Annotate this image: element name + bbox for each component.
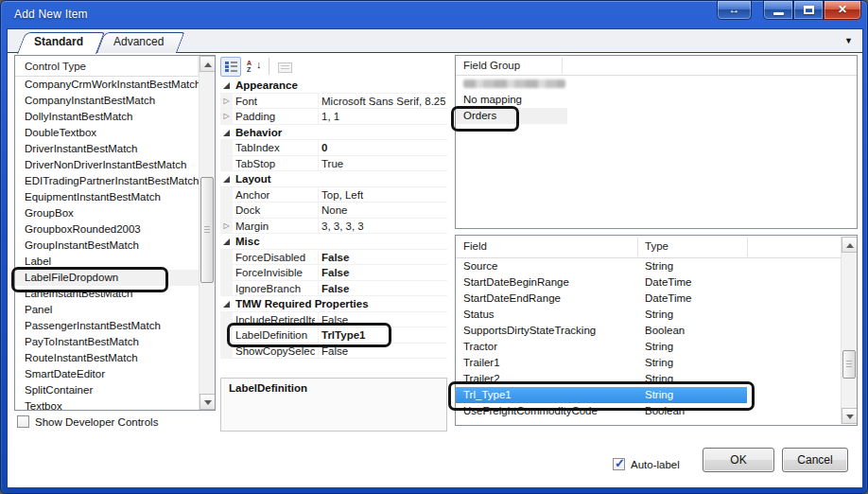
show-developer-controls-checkbox[interactable]: Show Developer Controls: [17, 415, 158, 428]
scrollbar-thumb[interactable]: [842, 350, 856, 379]
expand-icon[interactable]: ▷: [220, 109, 233, 124]
expand-icon[interactable]: ▷: [220, 94, 233, 109]
alphabetical-sort-button[interactable]: AZ ↓: [243, 57, 264, 77]
property-value[interactable]: 1, 1: [318, 109, 445, 124]
control-type-item[interactable]: CompanyCrmWorkInstantBestMatch: [15, 77, 199, 93]
field-row[interactable]: Trailer1String: [456, 355, 841, 371]
category-expanded-icon[interactable]: [223, 176, 230, 183]
field-row[interactable]: TractorString: [456, 339, 841, 355]
property-value[interactable]: True: [318, 156, 445, 171]
scroll-up-icon[interactable]: [842, 237, 858, 253]
field-row[interactable]: Trailer2String: [456, 371, 841, 387]
property-row[interactable]: TabIndex0: [220, 140, 447, 156]
tab-advanced[interactable]: Advanced: [96, 32, 177, 53]
field-list-scrollbar[interactable]: [841, 237, 857, 424]
property-value[interactable]: 3, 3, 3, 3: [318, 219, 445, 234]
field-row[interactable]: StatusString: [456, 307, 841, 323]
field-group-item[interactable]: No mapping: [456, 92, 857, 108]
property-category-row[interactable]: TMW Required Properties: [220, 296, 447, 312]
property-row[interactable]: TabStopTrue: [220, 156, 447, 172]
property-row[interactable]: IgnoreBranchFalse: [220, 281, 447, 297]
control-type-item[interactable]: PassengerInstantBestMatch: [15, 318, 199, 334]
control-type-item[interactable]: GroupInstantBestMatch: [15, 238, 199, 254]
control-type-item[interactable]: LaneInstantBestMatch: [15, 286, 199, 302]
control-type-item[interactable]: RouteInstantBestMatch: [15, 350, 199, 366]
field-group-item[interactable]: [456, 76, 857, 92]
property-row[interactable]: ShowCopySelectedFalse: [220, 344, 447, 360]
field-row[interactable]: Trl_Type1String: [456, 387, 841, 403]
category-expanded-icon[interactable]: [223, 301, 230, 308]
control-type-item[interactable]: CompanyInstantBestMatch: [15, 93, 199, 109]
control-type-item[interactable]: GroupboxRounded2003: [15, 221, 199, 238]
control-type-item[interactable]: DollyInstantBestMatch: [15, 109, 199, 125]
field-row[interactable]: StartDateEndRangeDateTime: [456, 291, 841, 307]
field-name-cell: Trl_Type1: [463, 387, 635, 403]
property-row[interactable]: ▷Margin3, 3, 3, 3: [220, 219, 447, 235]
property-value[interactable]: TrlType1: [318, 327, 445, 343]
property-category-row[interactable]: Misc: [220, 234, 447, 250]
control-type-item[interactable]: EDITradingPartnerInstantBestMatch: [15, 173, 199, 189]
property-row[interactable]: DockNone: [220, 203, 447, 219]
property-row[interactable]: AnchorTop, Left: [220, 187, 447, 203]
control-type-item[interactable]: Label: [15, 254, 199, 270]
auto-label-checkbox[interactable]: Auto-label: [613, 458, 680, 470]
maximize-button[interactable]: [793, 1, 824, 20]
type-column-header: Type: [645, 236, 668, 257]
property-category-row[interactable]: Layout: [220, 171, 447, 187]
property-value[interactable]: False: [318, 344, 445, 359]
property-category-row[interactable]: Behavior: [220, 125, 447, 141]
field-row[interactable]: SupportsDirtyStateTrackingBoolean: [456, 323, 841, 339]
property-value[interactable]: False: [318, 281, 445, 296]
control-type-item[interactable]: SplitContainer: [15, 382, 199, 398]
category-expanded-icon[interactable]: [223, 130, 230, 136]
control-type-item[interactable]: Panel: [15, 302, 199, 318]
scroll-up-icon[interactable]: [200, 56, 216, 72]
category-expanded-icon[interactable]: [223, 238, 230, 245]
category-expanded-icon[interactable]: [223, 82, 230, 89]
control-type-item[interactable]: Textbox: [15, 398, 199, 410]
field-group-item[interactable]: Orders: [456, 108, 857, 124]
scrollbar-thumb[interactable]: [200, 177, 214, 283]
field-row[interactable]: UseFreightCommodityCodeBoolean: [456, 403, 841, 419]
field-row[interactable]: SourceString: [456, 258, 841, 274]
control-type-item[interactable]: PayToInstantBestMatch: [15, 334, 199, 350]
field-list-panel: Field Type SourceStringStartDateBeginRan…: [455, 235, 858, 426]
control-type-item[interactable]: LabelFileDropdown: [15, 270, 199, 286]
property-value[interactable]: None: [318, 203, 445, 218]
control-type-item[interactable]: EquipmentInstantBestMatch: [15, 189, 199, 205]
tab-standard[interactable]: Standard: [17, 32, 96, 53]
property-row[interactable]: IncludeRetiredItemsFalse: [220, 312, 447, 328]
field-row[interactable]: StartDateBeginRangeDateTime: [456, 274, 841, 291]
property-value[interactable]: False: [318, 312, 445, 327]
property-row[interactable]: ▷Padding1, 1: [220, 109, 447, 125]
control-type-item[interactable]: GroupBox: [15, 205, 199, 221]
expand-icon[interactable]: ▷: [220, 219, 233, 234]
checkbox-unchecked-icon[interactable]: [17, 415, 29, 428]
property-value[interactable]: Microsoft Sans Serif, 8.25pt: [318, 94, 445, 109]
property-value[interactable]: False: [318, 265, 445, 280]
minimize-button[interactable]: [763, 1, 793, 20]
control-type-item[interactable]: SmartDateEditor: [15, 366, 199, 382]
scroll-down-icon[interactable]: [200, 394, 216, 410]
property-value[interactable]: Top, Left: [318, 187, 445, 203]
ok-button[interactable]: OK: [703, 448, 774, 472]
control-type-item[interactable]: DriverNonDriverInstantBestMatch: [15, 157, 199, 173]
control-type-scrollbar[interactable]: [199, 56, 215, 410]
close-button[interactable]: ✕: [824, 1, 861, 20]
resize-width-button[interactable]: ↔: [717, 1, 752, 20]
property-value[interactable]: False: [318, 250, 445, 265]
property-row[interactable]: LabelDefinitionTrlType1: [220, 327, 447, 344]
control-type-item[interactable]: DriverInstantBestMatch: [15, 141, 199, 157]
cancel-button[interactable]: Cancel: [782, 448, 848, 472]
property-gutter: [220, 265, 233, 280]
property-category-row[interactable]: Appearance: [220, 78, 447, 94]
categorized-view-button[interactable]: [220, 57, 241, 77]
property-row[interactable]: ▷FontMicrosoft Sans Serif, 8.25pt: [220, 94, 447, 110]
checkbox-checked-icon[interactable]: [613, 458, 625, 470]
property-row[interactable]: ForceInvisibleFalse: [220, 265, 447, 281]
control-type-item[interactable]: DoubleTextbox: [15, 125, 199, 141]
scroll-down-icon[interactable]: [842, 408, 858, 424]
tab-overflow-dropdown-icon[interactable]: ▼: [844, 36, 853, 45]
property-value[interactable]: 0: [318, 140, 445, 155]
property-row[interactable]: ForceDisabledFalse: [220, 250, 447, 266]
